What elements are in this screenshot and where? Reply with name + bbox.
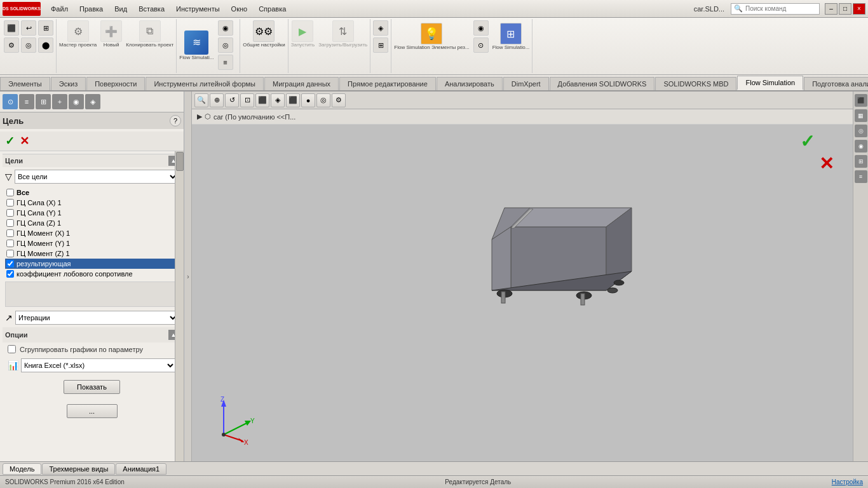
goal-checkbox-fx[interactable] [6, 199, 14, 207]
close-button[interactable]: × [853, 3, 865, 15]
excel-select[interactable]: Книга Excel (*.xlsx) [21, 358, 176, 372]
flow-sim-sub3[interactable]: ≡ [218, 55, 233, 70]
general-settings-btn[interactable]: ⚙⚙ Общие настройки [243, 20, 285, 48]
menu-help[interactable]: Справка [254, 4, 291, 14]
flow-sim-sub2[interactable]: ◎ [218, 37, 233, 53]
viewport-xmark[interactable]: ✕ [819, 153, 834, 174]
vp-zoom-in-btn[interactable]: ⊕ [210, 93, 224, 107]
lp-list-icon[interactable]: ≡ [19, 94, 34, 109]
goal-item-drag-coeff[interactable]: коэффициент лобового сопротивле [5, 269, 179, 279]
vp-shade-btn[interactable]: ● [301, 93, 315, 107]
toolbar-icon-sm3[interactable]: ⊞ [38, 20, 53, 36]
goal-checkbox-my[interactable] [6, 240, 14, 247]
menu-file[interactable]: Файл [46, 4, 73, 14]
group-charts-option[interactable]: Сгруппировать графики по параметру [3, 342, 181, 356]
goal-checkbox-mz[interactable] [6, 250, 14, 257]
vp-cube-btn[interactable]: ⬛ [286, 93, 300, 107]
tab-sketch[interactable]: Эскиз [51, 77, 86, 90]
extra-button[interactable]: ... [67, 404, 118, 418]
tab-dimxpert[interactable]: DimXpert [503, 77, 549, 90]
master-project-btn[interactable]: ⚙ Все цели Мастер проекта [59, 20, 97, 48]
minimize-button[interactable]: – [825, 3, 837, 15]
bottom-tab-animation[interactable]: Анимация1 [116, 463, 166, 475]
tab-mbd[interactable]: SOLIDWORKS MBD [655, 77, 736, 90]
run-btn[interactable]: ▶ Запустить [291, 20, 315, 48]
tab-flow-simulation[interactable]: Flow Simulation [737, 76, 803, 90]
group-charts-checkbox[interactable] [8, 345, 16, 353]
flow-sim-result-btn[interactable]: ⊞ Flow Simulatio... [492, 23, 530, 50]
panel-scrollbar-thumb[interactable] [176, 152, 184, 171]
goal-checkbox-all[interactable] [6, 189, 14, 196]
vp-pan-btn[interactable]: ⊡ [240, 93, 254, 107]
menu-insert[interactable]: Вставка [133, 4, 170, 14]
toolbar-icon-sm4[interactable]: ⚙ [4, 37, 19, 53]
tab-addins[interactable]: Добавления SOLIDWORKS [550, 77, 655, 90]
goal-checkbox-drag[interactable] [6, 270, 14, 278]
menu-view[interactable]: Вид [109, 4, 132, 14]
goal-item-moment-y[interactable]: ГЦ Момент (Y) 1 [5, 238, 179, 248]
search-input[interactable] [745, 5, 809, 12]
vp-settings-btn[interactable]: ⚙ [332, 93, 346, 107]
rs-icon-6[interactable]: ≡ [855, 170, 867, 183]
lp-home-icon[interactable]: ⊙ [3, 94, 18, 109]
goal-item-all[interactable]: Все [5, 187, 179, 198]
vp-edge-btn[interactable]: ◎ [316, 93, 330, 107]
confirm-button[interactable]: ✓ [5, 134, 15, 148]
tab-mold[interactable]: Инструменты литейной формы [146, 77, 264, 90]
goal-checkbox-fz[interactable] [6, 219, 14, 227]
goal-item-moment-z[interactable]: ГЦ Момент (Z) 1 [5, 248, 179, 259]
tab-surfaces[interactable]: Поверхности [86, 77, 145, 90]
tab-migration[interactable]: Миграция данных [264, 77, 339, 90]
goal-checkbox-fy[interactable] [6, 209, 14, 217]
rs-icon-1[interactable]: ⬛ [855, 94, 867, 107]
lp-add-icon[interactable]: + [52, 94, 67, 109]
bottom-tab-3dviews[interactable]: Трехмерные виды [42, 463, 115, 475]
goal-checkbox-mx[interactable] [6, 229, 14, 237]
vp-view-btn[interactable]: ◈ [271, 93, 285, 107]
goal-item-force-z[interactable]: ГЦ Сила (Z) 1 [5, 218, 179, 228]
extra-icon1[interactable]: ◈ [373, 20, 388, 36]
goal-item-resultant[interactable]: результирующая [5, 259, 179, 269]
elem-sub1[interactable]: ◉ [473, 20, 489, 36]
panel-help-btn[interactable]: ? [170, 115, 181, 126]
menu-window[interactable]: Окно [226, 4, 253, 14]
clone-project-btn[interactable]: ⧉ Клонировать проект [126, 20, 173, 48]
elem-sub2[interactable]: ⊙ [473, 37, 489, 53]
toolbar-icon-sm2[interactable]: ↩ [21, 20, 36, 36]
maximize-button[interactable]: □ [839, 3, 851, 15]
flow-simulation-main-btn[interactable]: ≋ Flow Simulati... [179, 30, 214, 60]
iteration-select[interactable]: Итерации [15, 311, 179, 325]
goal-item-moment-x[interactable]: ГЦ Момент (X) 1 [5, 228, 179, 238]
rs-icon-5[interactable]: ⊞ [855, 155, 867, 168]
menu-tools[interactable]: Инструменты [171, 4, 225, 14]
toolbar-icon-sm5[interactable]: ◎ [21, 37, 36, 53]
goals-filter-select[interactable]: Все цели [15, 170, 179, 184]
goal-item-force-y[interactable]: ГЦ Сила (Y) 1 [5, 208, 179, 218]
new-project-btn[interactable]: ➕ Новый [100, 20, 122, 48]
cancel-button[interactable]: ✕ [20, 134, 29, 148]
rs-icon-4[interactable]: ◉ [855, 140, 867, 152]
rs-icon-3[interactable]: ◎ [855, 125, 867, 137]
bottom-tab-model[interactable]: Модель [3, 463, 41, 475]
lp-chart-icon[interactable]: ◈ [85, 94, 100, 109]
viewport-checkmark[interactable]: ✓ [800, 131, 815, 152]
show-button[interactable]: Показать [64, 380, 120, 394]
goal-checkbox-resultant[interactable] [6, 260, 14, 268]
vp-search-btn[interactable]: 🔍 [194, 93, 208, 107]
vp-rotate-btn[interactable]: ↺ [225, 93, 239, 107]
flow-sim-sub1[interactable]: ◉ [218, 20, 233, 36]
tab-elements[interactable]: Элементы [0, 77, 50, 90]
flow-elements-btn[interactable]: 💡 Flow Simulation Элементы рез... [394, 23, 469, 50]
lp-grid-icon[interactable]: ⊞ [36, 94, 51, 109]
goal-item-force-x[interactable]: ГЦ Сила (X) 1 [5, 198, 179, 208]
panel-scrollbar[interactable] [175, 151, 184, 461]
tab-analyze[interactable]: Анализировать [437, 77, 503, 90]
vp-fit-btn[interactable]: ⬛ [255, 93, 269, 107]
status-settings[interactable]: Настройка [832, 478, 863, 485]
load-unload-btn[interactable]: ⇅ Загрузить/Выгрузить [318, 20, 367, 48]
menu-edit[interactable]: Правка [74, 4, 108, 14]
search-bar[interactable]: 🔍 [731, 3, 820, 15]
lp-circle-icon[interactable]: ◉ [69, 94, 84, 109]
tab-direct-edit[interactable]: Прямое редактирование [339, 77, 436, 90]
toolbar-icon-sm6[interactable]: ⬤ [38, 37, 53, 53]
